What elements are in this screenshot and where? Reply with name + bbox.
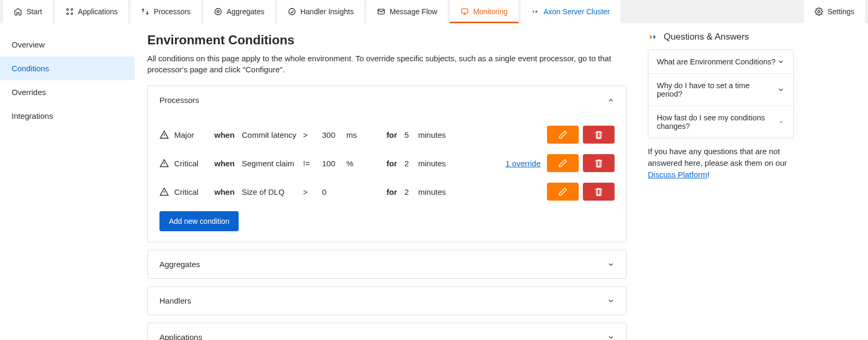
condition-row: Major when Commit latency > 300 ms for 5… [159,120,615,149]
panel-title: Applications [159,333,202,340]
row-actions [547,126,615,144]
delete-button[interactable] [583,126,615,144]
svg-point-2 [67,13,68,14]
qa-question: What are Environment Conditions? [657,58,776,66]
row-actions [547,154,615,172]
for-label: for [386,130,401,139]
discuss-platform-link[interactable]: Discuss Platform [648,170,707,179]
tab-label: Start [26,7,42,16]
condition-row: Critical when Size of DLQ > 0 for 2 minu… [159,177,615,206]
apps-icon [65,7,74,16]
pencil-icon [558,158,568,168]
sidebar-item-label: Overrides [12,88,46,97]
sidebar-item-overview[interactable]: Overview [0,33,135,56]
tab-message-flow[interactable]: Message Flow [366,0,448,23]
tab-handler-insights[interactable]: Handler Insights [277,0,364,23]
when-label: when [214,159,239,168]
pencil-icon [558,130,568,139]
svg-point-3 [71,13,72,14]
qa-note-prefix: If you have any questions that are not a… [648,147,787,167]
sidebar-item-conditions[interactable]: Conditions [0,56,135,80]
message-flow-icon [377,7,385,16]
duration: 5 [404,130,415,139]
panel-header-applications[interactable]: Applications [148,323,626,340]
tab-monitoring[interactable]: Monitoring [450,0,518,23]
unit: ms [346,130,383,139]
panel-handlers: Handlers [147,286,627,315]
sidebar: Overview Conditions Overrides Integratio… [0,23,135,340]
qa-item[interactable]: How fast do I see my conditions changes? [648,106,793,138]
sidebar-item-integrations[interactable]: Integrations [0,104,135,128]
insights-icon [288,7,296,16]
tab-start[interactable]: Start [3,0,53,23]
duration: 2 [404,187,415,196]
aggregates-icon [214,7,222,16]
operator: > [303,187,319,196]
operator: != [303,159,319,168]
edit-button[interactable] [547,154,579,172]
override-link[interactable]: 1 override [458,159,544,168]
chevron-down-icon [778,118,785,126]
qa-item[interactable]: What are Environment Conditions? [648,50,793,74]
panel-title: Processors [159,96,199,105]
tab-label: Handler Insights [300,7,354,16]
chevron-down-icon [607,334,615,341]
duration-unit: minutes [418,130,455,139]
pencil-icon [558,187,568,196]
tab-label: Applications [78,7,118,16]
value: 0 [322,187,343,196]
tab-label: Axon Server Cluster [544,7,610,16]
qa-note-suffix: ! [707,170,710,179]
panel-aggregates: Aggregates [147,250,627,279]
when-label: when [214,130,239,139]
edit-button[interactable] [547,126,579,144]
when-label: when [214,187,239,196]
tab-label: Message Flow [390,7,437,16]
sidebar-item-label: Overview [12,40,45,49]
tab-processors[interactable]: Processors [130,0,201,23]
tab-label: Processors [154,7,191,16]
value: 300 [322,130,343,139]
tab-label: Aggregates [227,7,265,16]
qa-question: How fast do I see my conditions changes? [657,114,778,130]
panel-title: Aggregates [159,260,200,269]
panel-header-handlers[interactable]: Handlers [148,287,626,315]
sidebar-item-label: Conditions [12,64,49,73]
tab-settings[interactable]: Settings [804,0,865,23]
duration: 2 [404,159,415,168]
home-icon [14,7,22,16]
qa-footer-note: If you have any questions that are not a… [648,146,794,180]
svg-point-5 [217,11,219,13]
svg-point-0 [67,8,68,10]
qa-sidebar: Questions & Answers What are Environment… [641,23,805,340]
tab-aggregates[interactable]: Aggregates [203,0,275,23]
qa-item[interactable]: Why do I have to set a time period? [648,74,793,106]
add-condition-button[interactable]: Add new condition [159,211,239,231]
metric: Size of DLQ [242,187,300,196]
warning-icon [159,130,169,139]
trash-icon [594,130,603,139]
sidebar-item-label: Integrations [12,111,53,120]
value: 100 [322,159,343,168]
panel-header-aggregates[interactable]: Aggregates [148,250,626,278]
condition-row: Critical when Segment claim != 100 % for… [159,149,615,177]
tab-applications[interactable]: Applications [55,0,129,23]
warning-icon [159,187,169,196]
delete-button[interactable] [583,154,615,172]
trash-icon [594,158,603,168]
chevron-down-icon [777,86,785,93]
edit-button[interactable] [547,183,579,201]
axon-icon [648,32,658,42]
sidebar-item-overrides[interactable]: Overrides [0,80,135,104]
svg-rect-8 [461,9,468,13]
panel-header-processors[interactable]: Processors [148,86,626,114]
main-content: Environment Conditions All conditions on… [135,23,641,340]
qa-heading: Questions & Answers [664,32,749,42]
monitoring-icon [460,7,469,16]
page-intro: All conditions on this page apply to the… [147,53,627,75]
qa-heading-row: Questions & Answers [648,32,794,42]
tab-axon-server-cluster[interactable]: Axon Server Cluster [521,0,620,23]
warning-icon [159,158,169,168]
delete-button[interactable] [583,183,615,201]
top-nav: Start Applications Processors Aggregates… [0,0,868,23]
